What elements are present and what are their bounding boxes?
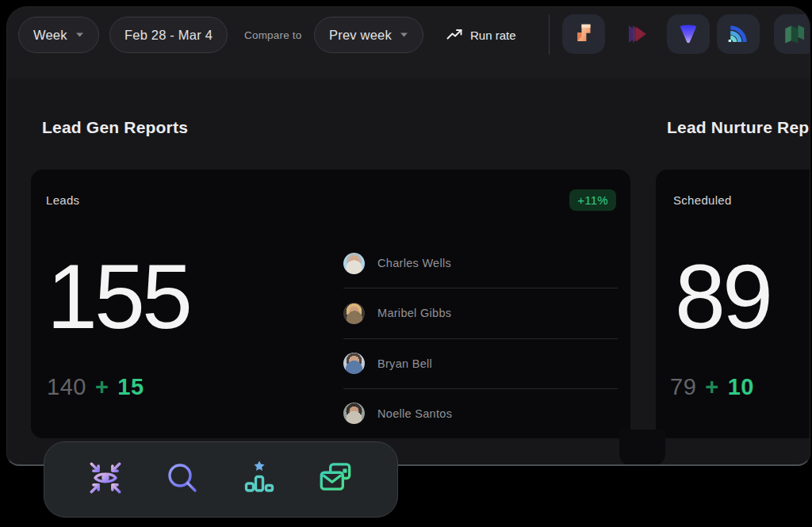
- funnel-app-icon: [675, 19, 702, 49]
- leads-previous-value: 140: [47, 374, 86, 400]
- scheduled-previous-value: 79: [670, 374, 696, 400]
- leads-delta-value: 15: [117, 374, 144, 400]
- lead-nurture-section-title: Lead Nurture Reports: [667, 118, 810, 137]
- period-select[interactable]: Week: [18, 17, 99, 53]
- list-item[interactable]: Charles Wells: [343, 239, 618, 288]
- app-tile-funnel[interactable]: [667, 14, 710, 54]
- person-name: Bryan Bell: [377, 357, 432, 370]
- toolbar-divider: [549, 15, 550, 55]
- compare-select[interactable]: Prev week: [314, 17, 423, 53]
- leads-people-list: Charles Wells Maribel Gibbs Bryan Bell N…: [343, 239, 618, 438]
- person-name: Maribel Gibbs: [377, 307, 451, 319]
- scheduled-value: 89: [675, 251, 770, 342]
- leads-value: 155: [47, 251, 190, 342]
- partial-card-peek: [619, 430, 665, 465]
- lead-gen-section-title: Lead Gen Reports: [42, 118, 188, 137]
- date-range-value: Feb 28 - Mar 4: [124, 28, 213, 43]
- avatar: [343, 303, 365, 324]
- trending-up-icon: [446, 26, 463, 44]
- period-select-value: Week: [33, 28, 67, 43]
- plus-sign: +: [95, 374, 109, 400]
- leaderboard-star-icon: [240, 459, 278, 500]
- green-bars-app-icon: [782, 19, 809, 49]
- plus-sign: +: [705, 374, 718, 400]
- leads-card: Leads +11% 155 140 + 15 Charles Wells Ma…: [31, 170, 630, 438]
- app-tile-arcs[interactable]: [717, 14, 760, 54]
- compare-select-value: Prev week: [329, 28, 392, 43]
- app-tile-bars[interactable]: [774, 14, 810, 54]
- leaderboard-button[interactable]: [239, 459, 280, 500]
- mail-copy-icon: [316, 458, 356, 501]
- person-name: Charles Wells: [377, 257, 451, 269]
- orange-blocks-app-icon: [570, 19, 597, 49]
- date-range-button[interactable]: Feb 28 - Mar 4: [109, 17, 228, 53]
- compare-to-label: Compare to: [244, 17, 302, 53]
- chevron-down-icon: [400, 32, 408, 38]
- leads-change-badge: +11%: [569, 189, 616, 211]
- search-analytics-button[interactable]: [162, 459, 203, 500]
- layers-arrow-app-icon[interactable]: [622, 18, 653, 50]
- send-mail-button[interactable]: [316, 459, 357, 500]
- scheduled-card: Scheduled 89 79 + 10: [656, 170, 810, 438]
- list-item[interactable]: Bryan Bell: [343, 339, 618, 389]
- run-rate-button[interactable]: Run rate: [446, 17, 516, 53]
- scheduled-delta-value: 10: [728, 374, 754, 400]
- list-item[interactable]: Noelle Santos: [343, 389, 618, 438]
- search-chart-icon: [163, 459, 201, 500]
- focus-eye-icon: [86, 458, 125, 501]
- app-tile-blocks[interactable]: [562, 14, 605, 54]
- avatar: [343, 403, 365, 424]
- focus-view-button[interactable]: [85, 459, 126, 500]
- scheduled-card-title: Scheduled: [673, 193, 732, 207]
- avatar: [343, 253, 365, 274]
- leads-card-title: Leads: [46, 193, 79, 207]
- avatar: [343, 353, 365, 374]
- quarter-arcs-app-icon: [725, 19, 752, 49]
- scheduled-delta-row: 79 + 10: [670, 374, 754, 400]
- floating-action-bar: [44, 441, 398, 517]
- person-name: Noelle Santos: [377, 407, 452, 420]
- chevron-down-icon: [75, 32, 84, 38]
- list-item[interactable]: Maribel Gibbs: [343, 288, 618, 338]
- run-rate-label: Run rate: [470, 29, 516, 42]
- leads-delta-row: 140 + 15: [47, 374, 144, 400]
- dashboard-window: Week Feb 28 - Mar 4 Compare to Prev week…: [6, 6, 810, 466]
- top-toolbar: Week Feb 28 - Mar 4 Compare to Prev week…: [7, 7, 810, 77]
